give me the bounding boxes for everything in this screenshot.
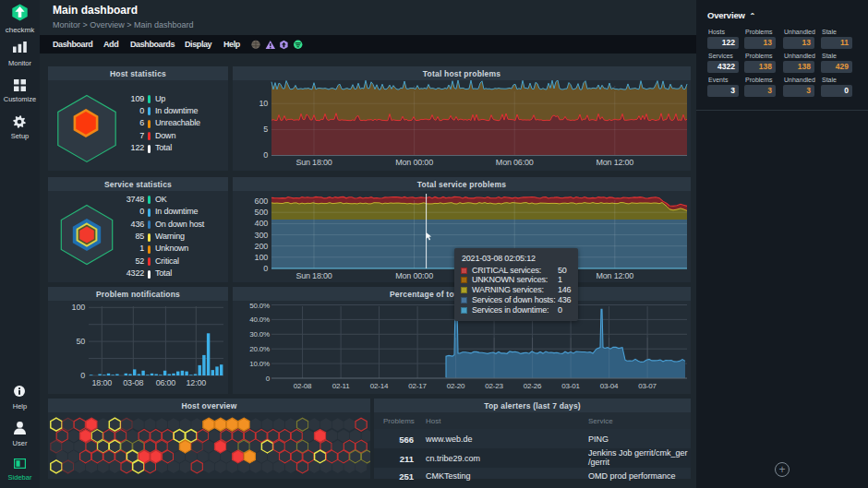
svg-text:20.0%: 20.0% <box>249 345 270 353</box>
svg-text:5: 5 <box>263 125 268 134</box>
svg-text:Mon 12:00: Mon 12:00 <box>596 158 633 167</box>
svg-text:0: 0 <box>80 371 85 380</box>
svg-text:12:00: 12:00 <box>187 378 207 387</box>
svg-text:0: 0 <box>263 264 268 273</box>
svg-text:Mon 12:00: Mon 12:00 <box>596 271 633 280</box>
svg-text:02-14: 02-14 <box>370 382 389 390</box>
svg-text:18:00: 18:00 <box>92 378 113 387</box>
svg-text:200: 200 <box>255 242 269 251</box>
svg-text:10.0%: 10.0% <box>249 360 270 368</box>
svg-text:03-08: 03-08 <box>123 378 143 387</box>
svg-text:Sun 18:00: Sun 18:00 <box>295 158 332 167</box>
svg-text:400: 400 <box>255 219 269 228</box>
svg-text:02-08: 02-08 <box>294 382 312 390</box>
svg-text:Mon 06:00: Mon 06:00 <box>496 158 534 167</box>
svg-text:02-20: 02-20 <box>447 382 465 390</box>
svg-text:02-26: 02-26 <box>524 382 542 390</box>
svg-text:02-17: 02-17 <box>408 382 427 390</box>
svg-text:Sun 18:00: Sun 18:00 <box>295 271 332 280</box>
svg-text:0: 0 <box>263 150 268 160</box>
svg-text:03-04: 03-04 <box>600 382 619 390</box>
svg-text:03-01: 03-01 <box>561 382 580 390</box>
svg-text:Mon 00:00: Mon 00:00 <box>395 271 433 280</box>
svg-text:10: 10 <box>259 99 268 108</box>
svg-text:02-23: 02-23 <box>485 382 503 390</box>
svg-text:50: 50 <box>76 337 85 346</box>
svg-text:0: 0 <box>266 375 271 383</box>
svg-text:100: 100 <box>72 303 86 312</box>
svg-text:06:00: 06:00 <box>156 378 176 387</box>
svg-text:40.0%: 40.0% <box>249 315 270 324</box>
svg-text:100: 100 <box>255 253 269 262</box>
svg-text:Mon 00:00: Mon 00:00 <box>395 158 433 167</box>
svg-text:600: 600 <box>255 196 269 206</box>
svg-text:03-07: 03-07 <box>638 382 657 390</box>
svg-text:30.0%: 30.0% <box>249 330 270 339</box>
svg-text:300: 300 <box>255 231 269 240</box>
svg-text:50.0%: 50.0% <box>249 302 270 310</box>
svg-text:500: 500 <box>255 208 269 217</box>
svg-text:02-11: 02-11 <box>332 382 351 390</box>
